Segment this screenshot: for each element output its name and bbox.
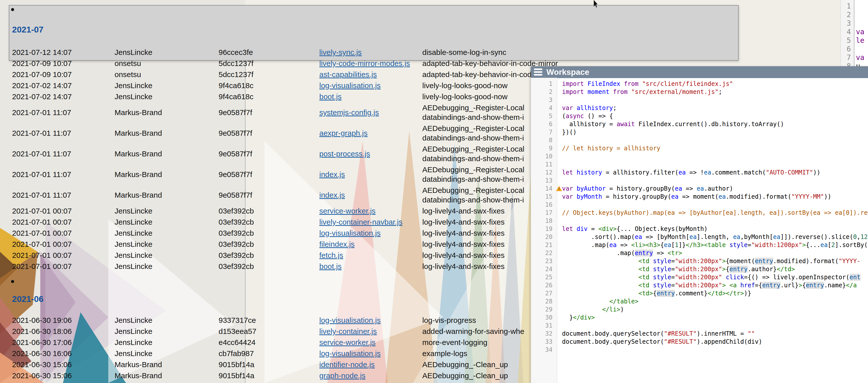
code-text: le	[854, 36, 865, 45]
commit-file-cell: post-process.js	[319, 150, 422, 158]
commit-file-link[interactable]: boot.js	[319, 92, 341, 101]
commit-file-link[interactable]: identifier-node.js	[319, 360, 375, 369]
commit-date-cell: 2021-06-30 15:06	[12, 360, 115, 369]
commit-file-link[interactable]: log-visualisation.js	[319, 81, 380, 90]
commit-date-cell: 2021-07-01 11:07	[12, 191, 115, 199]
commit-file-link[interactable]: graph-node.js	[319, 372, 365, 380]
commit-hash-cell: 9337317ce	[219, 316, 319, 325]
line-number: 14	[531, 185, 557, 193]
table-row: 2021-07-01 11:07Markus-Brand9e0587f7faex…	[12, 123, 576, 143]
commit-file-link[interactable]: fileindex.js	[319, 240, 354, 248]
commit-date-cell: 2021-07-09 10:07	[12, 70, 115, 79]
line-number: 28	[531, 297, 557, 306]
commit-file-link[interactable]: lively-container-navbar.js	[319, 218, 402, 226]
table-row: 2021-07-02 14:07JensLincke9f4ca618clog-v…	[12, 80, 576, 91]
commit-author-cell: Markus-Brand	[115, 108, 219, 117]
code-line: 17// Object.keys(byAuthor).map(ea => [by…	[531, 209, 868, 217]
commit-file-link[interactable]: aexpr-graph.js	[319, 129, 368, 137]
code-text: document.body.querySelector("#RESULT").a…	[557, 338, 762, 346]
commit-file-cell: lively-container.js	[319, 327, 422, 336]
commit-file-link[interactable]: log-visualisation.js	[319, 349, 380, 357]
code-line: 10	[531, 152, 868, 160]
commit-author-cell: JensLincke	[115, 207, 219, 215]
commit-hash-cell: 9f4ca618c	[219, 92, 319, 101]
commit-file-cell: boot.js	[319, 262, 422, 271]
line-number: 3	[841, 19, 854, 28]
commit-file-cell: log-visualisation.js	[319, 81, 422, 90]
commit-file-link[interactable]: index.js	[319, 170, 345, 179]
commit-date-cell: 2021-06-30 15:06	[12, 372, 115, 380]
commit-file-link[interactable]: boot.js	[319, 262, 341, 270]
commit-file-link[interactable]: log-visualisation.js	[319, 229, 380, 237]
commit-date-cell: 2021-07-01 00:07	[12, 218, 115, 226]
code-line: 11	[531, 160, 868, 168]
code-text	[854, 19, 856, 28]
commit-date-cell: 2021-06-30 16:06	[12, 349, 115, 358]
code-text	[557, 346, 562, 354]
hamburger-menu-icon[interactable]	[534, 68, 543, 75]
code-line: 4va	[841, 28, 868, 36]
commit-file-link[interactable]: lively-sync.js	[319, 48, 362, 56]
code-text: // Object.keys(byAuthor).map(ea => [byAu…	[557, 209, 868, 217]
line-number: 2	[841, 10, 854, 19]
commit-file-link[interactable]: ast-capabilities.js	[319, 70, 377, 78]
commit-date-cell: 2021-07-01 11:07	[12, 108, 115, 117]
code-text: var allhistory;	[557, 104, 617, 112]
side-editor-code[interactable]: 1234va5le67va8u	[841, 2, 868, 70]
commit-hash-cell: cb7fab987	[219, 349, 319, 358]
code-line: 34	[531, 346, 868, 354]
code-text	[557, 217, 562, 225]
commit-hash-cell: 9e0587f7f	[219, 150, 319, 158]
workspace-window: Workspace 1import FileIndex from "src/cl…	[531, 66, 868, 383]
commit-file-cell: aexpr-graph.js	[319, 129, 422, 137]
code-text: va	[854, 28, 865, 36]
commit-file-link[interactable]: service-worker.js	[319, 338, 375, 347]
commit-file-link[interactable]: post-process.js	[319, 150, 370, 158]
commit-file-link[interactable]: fetch.js	[319, 251, 343, 259]
commit-file-link[interactable]: log-visualisation.js	[319, 316, 380, 324]
code-line: 9// let history = allhistory	[531, 144, 868, 152]
commit-file-cell: service-worker.js	[319, 338, 422, 347]
commit-author-cell: JensLincke	[115, 229, 219, 237]
commit-file-link[interactable]: lively-code-mirror-modes.js	[319, 59, 410, 67]
commit-file-link[interactable]: service-worker.js	[319, 207, 375, 215]
code-line: 1import FileIndex from "src/client/filei…	[531, 80, 868, 88]
workspace-titlebar[interactable]: Workspace	[531, 66, 868, 78]
commit-file-link[interactable]: lively-container.js	[319, 327, 377, 336]
code-line: 16	[531, 201, 868, 209]
commit-file-cell: log-visualisation.js	[319, 316, 422, 325]
table-row: 2021-07-09 10:07onsetsu5dcc1237fast-capa…	[12, 69, 576, 80]
commit-date-cell: 2021-07-01 00:07	[12, 229, 115, 237]
code-text: allhistory = await FileIndex.current().d…	[557, 120, 784, 128]
code-line: 20 .sort().map(ea => [byMonth[ea].length…	[531, 233, 868, 241]
code-line: 25 <td style="width:200px" click={() => …	[531, 273, 868, 281]
code-text: </table>	[557, 297, 638, 306]
commit-date-cell: 2021-07-01 11:07	[12, 170, 115, 179]
table-row: 2021-07-09 10:07onsetsu5dcc1237flively-c…	[12, 58, 576, 69]
commit-hash-cell: d153eea57	[219, 327, 319, 336]
commit-hash-cell: 03ef392cb	[219, 218, 319, 226]
line-number: 11	[531, 160, 557, 168]
commit-date-cell: 2021-07-02 14:07	[12, 81, 115, 90]
commit-author-cell: Markus-Brand	[115, 150, 219, 158]
code-editor[interactable]: 1import FileIndex from "src/client/filei…	[531, 80, 868, 354]
code-text: let div = <div>{... Object.keys(byMonth)	[557, 225, 708, 233]
commit-author-cell: Markus-Brand	[115, 191, 219, 199]
code-text	[557, 136, 562, 144]
line-number: 32	[531, 330, 557, 338]
code-text: document.body.querySelector("#RESULT").i…	[557, 330, 755, 338]
commit-file-link[interactable]: index.js	[319, 191, 345, 199]
code-line: 6 allhistory = await FileIndex.current()…	[531, 120, 868, 128]
commit-file-link[interactable]: systemjs-config.js	[319, 108, 379, 117]
commit-file-cell: identifier-node.js	[319, 360, 422, 369]
line-number: 29	[531, 306, 557, 314]
code-text	[557, 201, 562, 209]
code-line: 26 <td style="width:200px"> <a href={ent…	[531, 281, 868, 289]
commit-file-cell: index.js	[319, 170, 422, 179]
code-line: 13	[531, 177, 868, 185]
commit-author-cell: onsetsu	[115, 59, 219, 68]
table-row: 2021-07-01 00:07JensLincke03ef392cblivel…	[12, 217, 576, 228]
code-text: <td style="width:200px">{entry.author}</…	[557, 265, 795, 273]
code-line: 29 </li>)	[531, 306, 868, 314]
code-line: 30 }</div>	[531, 314, 868, 322]
